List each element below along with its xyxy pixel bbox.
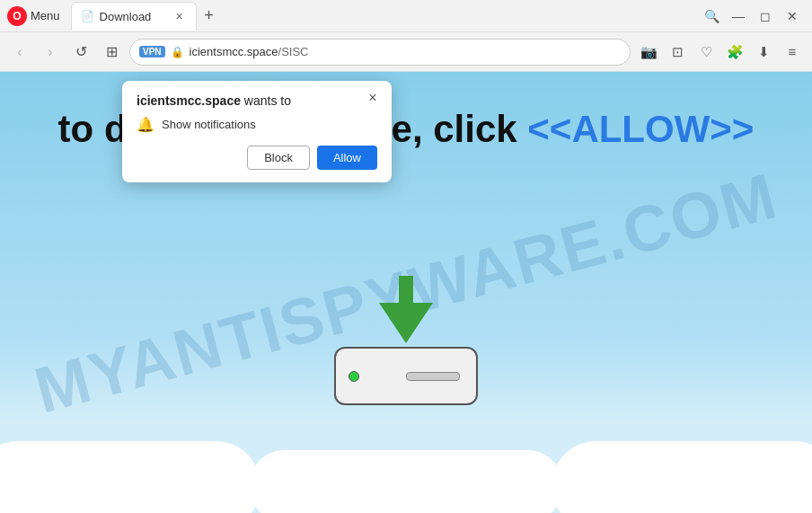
tab-favicon: 📄 [81, 10, 94, 22]
nav-bar: ‹ › ↺ ⊞ VPN 🔒 icientsmcc.space/SISC 📷 ⊡ … [0, 32, 812, 72]
tab-title: Download [100, 10, 152, 23]
tabs-button[interactable]: ⊞ [99, 40, 124, 65]
hdd-slot [406, 372, 460, 381]
title-bar: O Menu 📄 Download × + 🔍 — ◻ ✕ [0, 0, 812, 32]
arrow-head [379, 303, 433, 343]
popup-notification-row: 🔔 Show notifications [137, 115, 377, 133]
vpn-badge[interactable]: VPN [139, 46, 165, 57]
forward-button[interactable]: › [38, 40, 63, 65]
search-window-button[interactable]: 🔍 [699, 4, 724, 29]
url-path: /SISC [278, 45, 309, 58]
popup-close-button[interactable]: × [363, 88, 383, 108]
page-content: MYANTISPYWARE.COM to download the file, … [0, 72, 812, 513]
nav-actions: 📷 ⊡ ♡ 🧩 ⬇ ≡ [636, 40, 805, 65]
menu-label[interactable]: Menu [31, 9, 60, 22]
cloud-bottom-center [249, 450, 563, 513]
window-controls: 🔍 — ◻ ✕ [699, 4, 805, 29]
opera-logo[interactable]: O [7, 6, 27, 26]
cloud-bottom-right [552, 441, 812, 513]
browser-window: O Menu 📄 Download × + 🔍 — ◻ ✕ ‹ › ↺ ⊞ VP… [0, 0, 812, 513]
tab-close-button[interactable]: × [172, 9, 187, 23]
new-tab-button[interactable]: + [197, 4, 222, 29]
allow-highlight-text: <<ALLOW>> [527, 108, 754, 150]
close-window-button[interactable]: ✕ [780, 4, 805, 29]
lock-icon: 🔒 [171, 46, 184, 58]
adblock-button[interactable]: ⊡ [665, 40, 690, 65]
browser-menu-button[interactable]: ≡ [780, 40, 805, 65]
address-bar[interactable]: VPN 🔒 icientsmcc.space/SISC [129, 39, 631, 66]
back-button[interactable]: ‹ [7, 40, 32, 65]
notification-popup: × icientsmcc.space wants to 🔔 Show notif… [122, 81, 392, 182]
minimize-button[interactable]: — [726, 4, 751, 29]
download-nav-button[interactable]: ⬇ [751, 40, 776, 65]
popup-actions: Block Allow [137, 146, 377, 170]
notification-icon: 🔔 [137, 115, 154, 133]
cloud-bottom-left [0, 441, 260, 513]
popup-wants-to: wants to [241, 93, 291, 108]
reload-button[interactable]: ↺ [68, 40, 93, 65]
url-domain: icientsmcc.space [190, 45, 278, 58]
popup-domain: icientsmcc.space [137, 93, 241, 108]
extensions-button[interactable]: 🧩 [722, 40, 747, 65]
bookmark-button[interactable]: ♡ [693, 40, 719, 65]
camera-button[interactable]: 📷 [636, 40, 661, 65]
download-illustration [334, 276, 478, 405]
hard-drive [334, 347, 478, 405]
hdd-light [349, 371, 359, 382]
popup-notification-label: Show notifications [162, 118, 256, 131]
popup-title: icientsmcc.space wants to [137, 93, 377, 108]
active-tab[interactable]: 📄 Download × [71, 2, 197, 31]
block-button[interactable]: Block [247, 146, 310, 170]
maximize-button[interactable]: ◻ [753, 4, 778, 29]
allow-button[interactable]: Allow [317, 146, 377, 170]
arrow-shaft [399, 276, 413, 303]
url-text: icientsmcc.space/SISC [190, 45, 621, 58]
